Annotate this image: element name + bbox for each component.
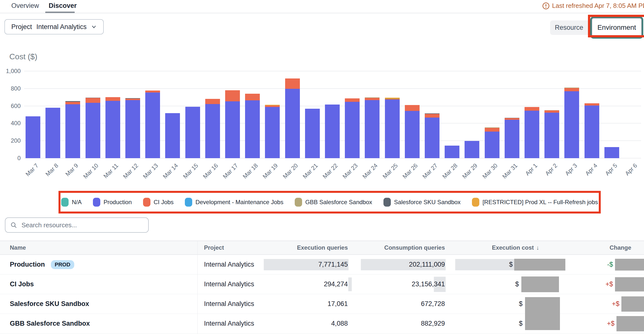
execution-cost-cell: $ bbox=[446, 255, 570, 274]
highlight-strip bbox=[348, 277, 352, 291]
consumption-queries-value-wrap: 882,929 bbox=[421, 320, 445, 327]
column-header-execution-cost[interactable]: Execution cost↓ bbox=[446, 241, 570, 254]
x-axis-tick-label: Apr 6 bbox=[624, 162, 638, 177]
change-prefix: +$ bbox=[606, 280, 613, 288]
column-header-name[interactable]: Name bbox=[0, 241, 198, 254]
bar-segment bbox=[564, 88, 579, 88]
legend-swatch bbox=[143, 198, 150, 207]
resource-name[interactable]: Salesforce SKU Sandbox bbox=[10, 300, 89, 308]
last-refreshed-text: Last refreshed Apr 7, 8:05 AM PD bbox=[552, 2, 644, 10]
y-axis-tick-label: 400 bbox=[0, 120, 21, 127]
x-axis-tick-label: Mar 31 bbox=[501, 162, 519, 180]
legend-item[interactable]: CI Jobs bbox=[143, 198, 174, 207]
consumption-queries-value: 672,728 bbox=[421, 300, 445, 308]
column-header-label: Consumption queries bbox=[384, 244, 445, 251]
legend-item[interactable]: GBB Salesforce Sandbox bbox=[295, 198, 372, 207]
bar-segment bbox=[584, 103, 599, 106]
change-redaction-box bbox=[615, 259, 644, 270]
legend-swatch bbox=[472, 198, 479, 207]
legend-item[interactable]: Development - Maintenance Jobs bbox=[185, 198, 284, 207]
resource-name-cell[interactable]: CI Jobs bbox=[0, 274, 198, 294]
tab-discover[interactable]: Discover bbox=[49, 2, 77, 10]
bar-segment bbox=[86, 103, 100, 158]
legend-swatch bbox=[295, 198, 302, 207]
execution-cost-cell: $ bbox=[446, 274, 570, 294]
legend-label: Development - Maintenance Jobs bbox=[196, 199, 284, 206]
bar-segment bbox=[544, 113, 559, 158]
tab-overview[interactable]: Overview bbox=[11, 2, 39, 10]
bar-segment bbox=[345, 102, 360, 158]
resource-name[interactable]: GBB Salesforce Sandbox bbox=[10, 320, 90, 327]
x-axis-tick-label: Mar 17 bbox=[222, 162, 240, 180]
legend-swatch bbox=[185, 198, 192, 207]
bar-segment bbox=[26, 116, 40, 158]
bar-segment bbox=[325, 105, 340, 158]
x-axis-tick-label: Mar 18 bbox=[242, 162, 259, 180]
x-axis-tick-label: Mar 10 bbox=[82, 162, 100, 180]
bar-segment bbox=[584, 106, 599, 158]
search-box bbox=[5, 217, 149, 233]
chevron-down-icon bbox=[91, 24, 97, 30]
execution-queries-value: 4,088 bbox=[331, 320, 348, 327]
legend-item[interactable]: [RESTRICTED] Prod XL -- Full-Refresh job… bbox=[472, 198, 598, 207]
column-header-label: Name bbox=[10, 244, 26, 251]
active-tab-underline bbox=[45, 12, 75, 13]
resource-name-cell[interactable]: ProductionPROD bbox=[0, 255, 198, 274]
bar-segment bbox=[165, 113, 180, 158]
execution-queries-value: 294,274 bbox=[324, 280, 348, 288]
legend-item[interactable]: N/A bbox=[61, 198, 82, 207]
execution-queries-value-wrap: 7,771,145 bbox=[318, 261, 348, 268]
consumption-queries-value-wrap: 202,111,009 bbox=[409, 261, 445, 268]
search-input[interactable] bbox=[21, 221, 143, 229]
x-axis-tick-label: Mar 9 bbox=[64, 162, 80, 178]
column-header-change[interactable]: Change bbox=[570, 241, 644, 254]
bar-segment bbox=[524, 111, 539, 158]
table-header-row: NameProjectExecution queriesConsumption … bbox=[0, 240, 644, 255]
legend-swatch bbox=[61, 198, 68, 207]
x-axis-tick-label: Mar 8 bbox=[44, 162, 60, 178]
column-header-label: Execution cost bbox=[492, 244, 534, 251]
project-filter-value: Internal Analytics bbox=[36, 23, 86, 31]
legend-item[interactable]: Production bbox=[93, 198, 132, 207]
prod-badge: PROD bbox=[51, 260, 74, 269]
bar-segment bbox=[225, 101, 240, 158]
table-body: ProductionPRODInternal Analytics7,771,14… bbox=[0, 255, 644, 333]
resource-toggle-button[interactable]: Resource bbox=[550, 21, 588, 35]
project-filter-dropdown[interactable]: Project Internal Analytics bbox=[4, 19, 104, 35]
project-filter-label: Project bbox=[11, 23, 32, 31]
x-axis-tick-label: Mar 15 bbox=[182, 162, 200, 180]
bar-segment bbox=[66, 102, 80, 104]
x-axis-tick-label: Mar 19 bbox=[262, 162, 280, 180]
project-cell: Internal Analytics bbox=[198, 294, 276, 313]
chart-gridline bbox=[24, 71, 641, 71]
resource-name[interactable]: Production bbox=[10, 261, 45, 268]
x-axis-tick-label: Mar 29 bbox=[461, 162, 479, 180]
column-header-label: Project bbox=[204, 244, 224, 251]
resource-name-cell[interactable]: GBB Salesforce Sandbox bbox=[0, 314, 198, 333]
bar-segment bbox=[205, 104, 220, 158]
search-icon bbox=[10, 221, 17, 229]
execution-queries-cell: 294,274 bbox=[276, 274, 349, 294]
execution-queries-cell: 4,088 bbox=[276, 314, 349, 333]
x-axis-tick-label: Mar 14 bbox=[162, 162, 180, 180]
cost-redaction-box bbox=[514, 259, 565, 270]
legend-label: CI Jobs bbox=[154, 199, 174, 206]
bar-segment bbox=[505, 120, 520, 158]
alert-circle-icon bbox=[542, 2, 550, 10]
bar-segment bbox=[564, 88, 579, 91]
resource-name-cell[interactable]: Salesforce SKU Sandbox bbox=[0, 294, 198, 313]
x-axis-tick-label: Mar 13 bbox=[142, 162, 160, 180]
chart-legend: N/AProductionCI JobsDevelopment - Mainte… bbox=[58, 191, 601, 213]
environment-toggle-button[interactable]: Environment bbox=[592, 18, 642, 37]
legend-item[interactable]: Salesforce SKU Sandbox bbox=[384, 198, 461, 207]
x-axis-tick-label: Mar 12 bbox=[122, 162, 140, 180]
column-header-consumption-queries[interactable]: Consumption queries bbox=[349, 241, 446, 254]
resource-name[interactable]: CI Jobs bbox=[10, 280, 34, 288]
change-redaction-box bbox=[622, 296, 644, 312]
column-header-execution-queries[interactable]: Execution queries bbox=[276, 241, 349, 254]
sort-descending-icon: ↓ bbox=[536, 244, 539, 251]
execution-queries-value: 7,771,145 bbox=[318, 261, 348, 268]
bar-segment bbox=[564, 91, 579, 158]
x-axis-tick-label: Apr 5 bbox=[604, 162, 618, 177]
column-header-project[interactable]: Project bbox=[198, 241, 276, 254]
